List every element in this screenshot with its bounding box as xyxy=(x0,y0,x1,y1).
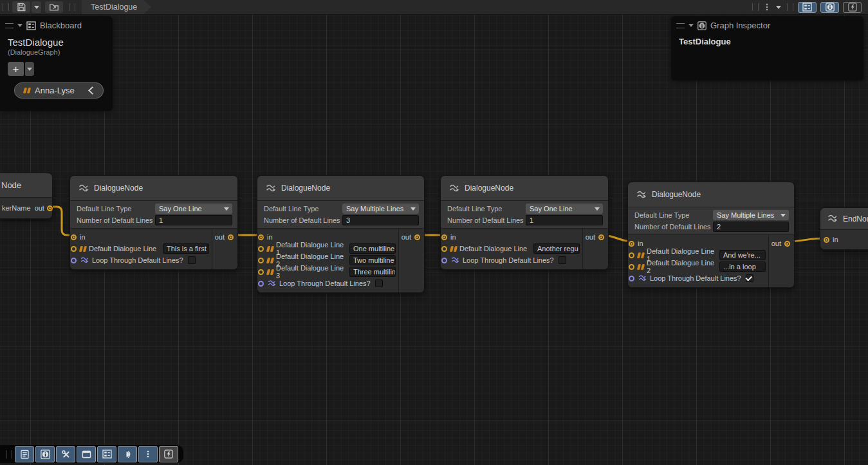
input-port[interactable] xyxy=(258,234,264,240)
line-value-field[interactable]: ...in a loop xyxy=(719,261,766,272)
line-type-dropdown[interactable]: Say Multiple Lines xyxy=(342,204,419,214)
drag-handle-icon[interactable] xyxy=(676,23,685,28)
line-type-dropdown[interactable]: Say One Line xyxy=(526,204,603,214)
output-port[interactable] xyxy=(47,205,53,211)
blackboard-button[interactable] xyxy=(97,446,116,462)
toolbar-drag-handle[interactable] xyxy=(6,450,12,459)
field-value: 3 xyxy=(346,216,350,224)
dropdown-value: Say One Line xyxy=(159,205,202,213)
node-end[interactable]: EndNode in xyxy=(820,207,868,250)
quote-icon xyxy=(267,258,273,263)
node-dialogue-4[interactable]: DialogueNode Default Line Type Say Multi… xyxy=(627,182,795,288)
node-dialogue-3[interactable]: DialogueNode Default Line Type Say One L… xyxy=(440,175,609,270)
node-speaker[interactable]: Node kerName out xyxy=(0,173,53,219)
chevron-left-icon[interactable] xyxy=(88,86,97,95)
blackboard-property-anna-lyse[interactable]: Anna-Lyse xyxy=(14,82,104,99)
collapse-arrow-icon[interactable] xyxy=(17,24,23,30)
line-value-field[interactable]: Another regu xyxy=(533,243,580,254)
line-type-dropdown[interactable]: Say Multiple Lines xyxy=(713,210,789,220)
node-title: DialogueNode xyxy=(465,184,513,193)
add-property-button[interactable]: + xyxy=(8,62,24,76)
add-property-dropdown-button[interactable] xyxy=(25,62,34,76)
node-title-bar[interactable]: DialogueNode xyxy=(70,176,237,201)
output-port[interactable] xyxy=(414,234,420,240)
line-value-field[interactable]: Three multilin xyxy=(349,267,396,277)
quote-icon xyxy=(450,246,456,252)
input-port[interactable] xyxy=(629,241,634,247)
console-button[interactable] xyxy=(15,446,34,462)
line-value-field[interactable]: This is a first xyxy=(163,243,209,254)
line-port[interactable] xyxy=(258,258,264,263)
line-port[interactable] xyxy=(629,252,634,258)
node-title: DialogueNode xyxy=(652,190,701,199)
tab-label: TestDialogue xyxy=(91,3,137,12)
prop-label: Default Line Type xyxy=(634,211,713,219)
toolbar-divider xyxy=(787,3,793,11)
toggle-preview-button[interactable] xyxy=(843,2,862,13)
drag-handle-icon[interactable] xyxy=(5,23,14,28)
loop-port[interactable] xyxy=(441,258,447,263)
loop-port[interactable] xyxy=(71,258,77,263)
graph-type: (DialogueGraph) xyxy=(0,48,113,56)
node-dialogue-1[interactable]: DialogueNode Default Line Type Say One L… xyxy=(69,175,238,270)
node-title-bar[interactable]: DialogueNode xyxy=(628,182,794,207)
loop-checkbox[interactable] xyxy=(559,256,566,264)
field-value: Two multiline xyxy=(353,256,394,264)
num-lines-field[interactable]: 3 xyxy=(342,215,419,225)
preview-button[interactable] xyxy=(159,446,178,462)
output-port[interactable] xyxy=(784,241,790,247)
overflow-dropdown-button[interactable] xyxy=(773,1,784,13)
window-button[interactable] xyxy=(77,446,96,462)
line-port[interactable] xyxy=(441,246,447,252)
save-button[interactable] xyxy=(12,1,30,13)
loop-port[interactable] xyxy=(258,281,264,287)
loop-checkbox[interactable] xyxy=(188,256,196,264)
loop-port[interactable] xyxy=(629,276,634,281)
num-lines-field[interactable]: 1 xyxy=(155,215,232,225)
property-label: Anna-Lyse xyxy=(35,86,75,95)
collapse-arrow-icon[interactable] xyxy=(688,24,694,30)
toggle-blackboard-button[interactable] xyxy=(798,2,817,13)
loop-checkbox-checked[interactable] xyxy=(746,274,753,282)
inspector-selection: TestDialogue xyxy=(671,33,863,50)
node-dialogue-2[interactable]: DialogueNode Default Line Type Say Multi… xyxy=(257,175,425,293)
tab-testdialogue[interactable]: TestDialogue xyxy=(82,0,151,14)
output-port[interactable] xyxy=(598,234,604,240)
dialogue-button[interactable] xyxy=(118,446,137,462)
input-port[interactable] xyxy=(824,237,829,243)
line-port[interactable] xyxy=(258,246,264,252)
out-label: out xyxy=(586,233,595,241)
overflow-menu-button[interactable] xyxy=(761,1,773,13)
toggle-inspector-button[interactable] xyxy=(820,2,839,13)
input-port[interactable] xyxy=(71,234,77,240)
line-value-field[interactable]: And we're... xyxy=(719,250,766,260)
quote-icon xyxy=(24,88,30,93)
toolbar-drag-handle[interactable] xyxy=(3,3,9,11)
out-column: out xyxy=(398,229,424,292)
output-port[interactable] xyxy=(228,234,234,240)
line-value-field[interactable]: Two multiline xyxy=(349,255,396,265)
node-title-bar[interactable]: Node xyxy=(0,173,52,198)
tools-button[interactable] xyxy=(56,446,75,462)
line-port[interactable] xyxy=(71,246,77,252)
line-type-dropdown[interactable]: Say One Line xyxy=(155,204,232,214)
loop-checkbox[interactable] xyxy=(375,280,383,287)
node-title-bar[interactable]: DialogueNode xyxy=(441,176,608,201)
line-port[interactable] xyxy=(629,264,634,270)
save-options-button[interactable] xyxy=(32,1,41,13)
more-button[interactable] xyxy=(138,446,158,462)
node-title-bar[interactable]: EndNode xyxy=(820,208,868,230)
num-lines-field[interactable]: 1 xyxy=(526,215,603,225)
node-title-bar[interactable]: DialogueNode xyxy=(257,176,424,201)
num-lines-field[interactable]: 2 xyxy=(713,222,789,232)
inspector-header[interactable]: Graph Inspector xyxy=(671,16,863,33)
inspector-button[interactable] xyxy=(35,446,55,462)
open-asset-button[interactable] xyxy=(45,1,63,13)
input-port[interactable] xyxy=(441,234,447,240)
blackboard-header[interactable]: Blackboard xyxy=(0,16,113,33)
inspector-title: Graph Inspector xyxy=(710,21,770,30)
info-icon xyxy=(697,21,706,30)
line-port[interactable] xyxy=(258,269,264,275)
line-value-field[interactable]: One multiline xyxy=(349,243,396,254)
prop-label: Default Line Type xyxy=(264,205,342,213)
